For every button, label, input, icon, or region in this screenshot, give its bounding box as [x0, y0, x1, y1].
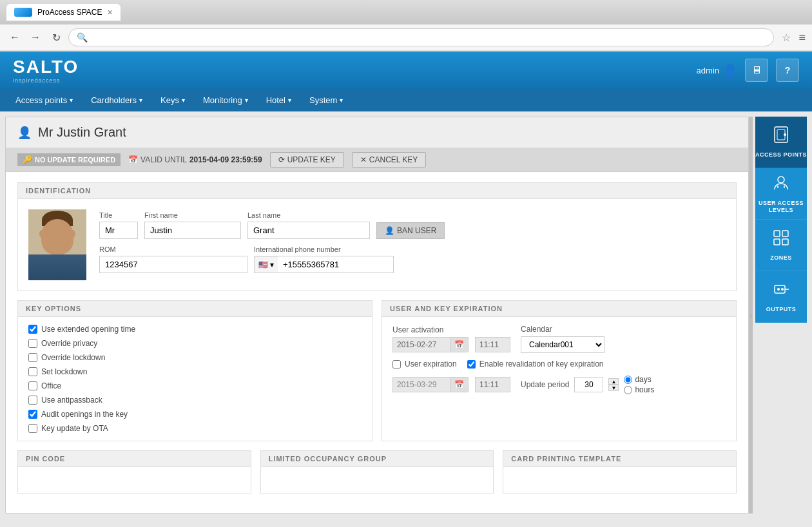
- activation-date-input[interactable]: [392, 337, 450, 352]
- sidebar: ACCESS POINTS USER ACCESS LEVELS: [755, 117, 807, 513]
- sidebar-item-zones[interactable]: ZONES: [755, 220, 807, 271]
- activation-time-input[interactable]: [475, 337, 510, 352]
- activation-row: User activation 📅: [392, 325, 726, 353]
- expiration-content: User activation 📅: [382, 317, 736, 408]
- identification-content: Title First name Last name: [18, 199, 736, 291]
- address-input[interactable]: [92, 33, 766, 43]
- calendar-select[interactable]: Calendar001: [521, 336, 604, 353]
- audit-openings-checkbox[interactable]: [28, 410, 37, 419]
- firstname-input[interactable]: [144, 222, 241, 239]
- phone-input[interactable]: [278, 256, 394, 273]
- nav-system[interactable]: System ▾: [300, 89, 352, 111]
- cancel-key-button[interactable]: ✕ CANCEL KEY: [352, 152, 427, 168]
- refresh-button[interactable]: ↻: [48, 29, 64, 46]
- nav-hotel-label: Hotel: [266, 95, 285, 105]
- svg-point-7: [61, 231, 66, 235]
- cancel-key-icon: ✕: [360, 155, 367, 164]
- key-expiration-row: KEY OPTIONS Use extended opening time Ov…: [17, 300, 737, 450]
- main-panel: 👤 Mr Justin Grant 🔑 NO UPDATE REQUIRED 📅…: [5, 117, 749, 513]
- valid-label: VALID UNTIL: [140, 155, 187, 164]
- nav-monitoring-arrow: ▾: [245, 97, 248, 104]
- activation-inputs: 📅: [392, 337, 510, 352]
- svg-rect-18: [774, 239, 780, 245]
- valid-until: 📅 VALID UNTIL 2015-04-09 23:59:59: [128, 155, 262, 164]
- override-privacy-label: Override privacy: [41, 339, 97, 348]
- activation-calendar-button[interactable]: 📅: [450, 337, 469, 352]
- days-radio[interactable]: [624, 376, 632, 384]
- period-input[interactable]: [574, 377, 603, 392]
- nav-hotel[interactable]: Hotel ▾: [257, 89, 300, 111]
- forward-button[interactable]: →: [27, 29, 44, 46]
- set-lockdown-checkbox[interactable]: [28, 367, 37, 376]
- help-button[interactable]: ?: [776, 59, 799, 82]
- revalidation-label: Enable revalidation of key expiration: [479, 359, 604, 369]
- user-expiration-checkbox[interactable]: [392, 360, 401, 369]
- sidebar-outputs-label: OUTPUTS: [766, 306, 797, 313]
- admin-user-icon: 👤: [723, 63, 737, 77]
- tab-close-button[interactable]: ×: [107, 7, 112, 17]
- stepper-down-button[interactable]: ▼: [608, 385, 619, 391]
- update-key-label: UPDATE KEY: [287, 155, 336, 164]
- logo-area: SALTO inspiredaccess: [13, 57, 79, 84]
- key-ota-checkbox[interactable]: [28, 424, 37, 433]
- monitor-button[interactable]: 🖥: [745, 59, 768, 82]
- nav-cardholders[interactable]: Cardholders ▾: [82, 89, 151, 111]
- calendar-group: Calendar Calendar001: [521, 325, 604, 353]
- browser-chrome: ProAccess SPACE × ← → ↻ 🔍 ☆ ≡: [0, 0, 812, 52]
- rom-input[interactable]: [99, 256, 247, 273]
- nav-monitoring[interactable]: Monitoring ▾: [194, 89, 257, 111]
- update-key-icon: ⟳: [278, 155, 285, 164]
- back-button[interactable]: ←: [6, 29, 23, 46]
- phone-flag-prefix[interactable]: 🇺🇸 ▾: [254, 256, 278, 273]
- activation-date-wrap: 📅: [392, 337, 469, 352]
- key-options-title: KEY OPTIONS: [18, 301, 372, 317]
- expiration-date-input[interactable]: [392, 377, 450, 392]
- nav-access-points[interactable]: Access points ▾: [6, 89, 82, 111]
- address-bar[interactable]: 🔍: [68, 28, 774, 46]
- svg-rect-17: [782, 231, 788, 236]
- sidebar-item-access-points[interactable]: ACCESS POINTS: [755, 117, 807, 168]
- phone-row: 🇺🇸 ▾: [254, 256, 394, 273]
- expiration-time-input[interactable]: [475, 377, 510, 392]
- hours-radio-row: hours: [624, 385, 654, 394]
- valid-date: 2015-04-09 23:59:59: [189, 155, 262, 164]
- stepper-up-button[interactable]: ▲: [608, 378, 619, 385]
- nav-hotel-arrow: ▾: [288, 97, 291, 104]
- svg-rect-1: [28, 256, 86, 280]
- name-row: Title First name Last name: [99, 209, 726, 239]
- sidebar-user-access-levels-label: USER ACCESS LEVELS: [755, 200, 807, 214]
- sidebar-item-outputs[interactable]: OUTPUTS: [755, 271, 807, 323]
- update-key-button[interactable]: ⟳ UPDATE KEY: [270, 152, 344, 168]
- hours-radio[interactable]: [624, 386, 632, 394]
- limited-occupancy-title: LIMITED OCCUPANCY GROUP: [261, 451, 494, 467]
- resize-handle[interactable]: · · ·: [749, 117, 753, 513]
- outputs-icon: [772, 280, 790, 302]
- audit-openings-label: Audit openings in the key: [41, 410, 128, 419]
- nav-keys[interactable]: Keys ▾: [151, 89, 194, 111]
- key-options-content: Use extended opening time Override priva…: [18, 317, 372, 441]
- key-icon: 🔑: [23, 155, 32, 164]
- antipassback-checkbox[interactable]: [28, 396, 37, 405]
- override-lockdown-checkbox[interactable]: [28, 353, 37, 362]
- exp-date-row: 📅 Update period ▲: [392, 375, 726, 394]
- bookmark-icon[interactable]: ☆: [782, 32, 791, 44]
- key-options-section: KEY OPTIONS Use extended opening time Ov…: [17, 300, 372, 441]
- title-input[interactable]: [99, 222, 138, 239]
- override-privacy-checkbox[interactable]: [28, 339, 37, 348]
- sidebar-item-user-access-levels[interactable]: USER ACCESS LEVELS: [755, 168, 807, 220]
- revalidation-checkbox[interactable]: [467, 360, 476, 369]
- expiration-calendar-button[interactable]: 📅: [450, 377, 469, 392]
- content-area: 👤 Mr Justin Grant 🔑 NO UPDATE REQUIRED 📅…: [0, 111, 812, 519]
- override-lockdown-label: Override lockdown: [41, 353, 105, 362]
- title-group: Title: [99, 211, 138, 239]
- checkbox-override-lockdown: Override lockdown: [28, 353, 362, 362]
- ban-user-button[interactable]: 👤 BAN USER: [376, 222, 445, 239]
- lastname-input[interactable]: [247, 222, 370, 239]
- nav-access-points-label: Access points: [15, 95, 67, 105]
- extended-opening-checkbox[interactable]: [28, 325, 37, 334]
- office-checkbox[interactable]: [28, 381, 37, 390]
- page-title: Mr Justin Grant: [38, 125, 126, 140]
- browser-menu-button[interactable]: ≡: [798, 31, 806, 44]
- browser-tab[interactable]: ProAccess SPACE ×: [6, 4, 121, 21]
- title-label: Title: [99, 211, 138, 219]
